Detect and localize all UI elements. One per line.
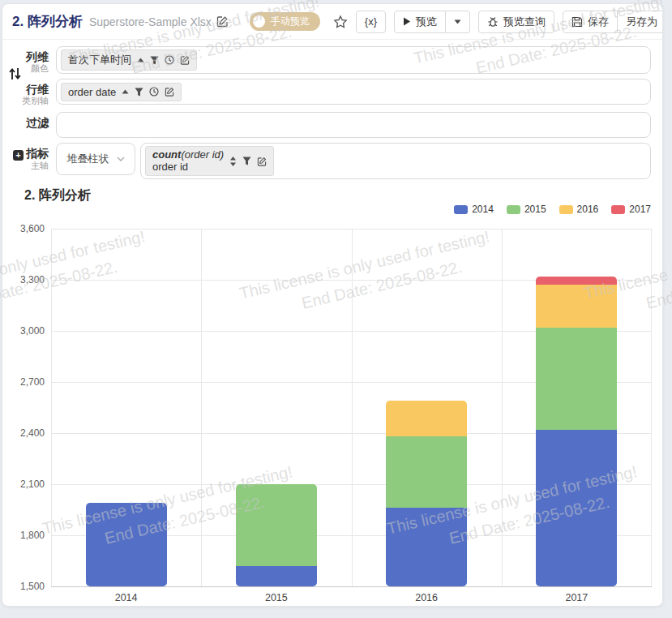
bar-segment-2016-2016[interactable]: [386, 401, 467, 436]
metric-row: +指标 主轴 堆叠柱状 count(order id) order id: [2, 143, 662, 180]
legend-swatch: [611, 205, 625, 214]
y-axis-tick-label: 2,400: [20, 427, 45, 439]
chart-plot-area: 1,5001,8002,1002,4002,7003,0003,3003,600…: [51, 229, 652, 586]
editor-window: 2. 阵列分析 Superstore-Sample Xlsx 手动预览 {x} …: [2, 3, 663, 607]
filter-dropzone[interactable]: [56, 112, 651, 138]
play-icon: [403, 17, 411, 26]
y-gridline: [51, 586, 652, 587]
metric-labels: +指标 主轴: [2, 143, 56, 171]
row-dimension-label: 行维: [2, 83, 49, 96]
column-dimension-row: 列维 颜色 首次下单时间: [2, 46, 662, 74]
manual-preview-toggle[interactable]: 手动预览: [250, 12, 320, 31]
category-boundary-line: [51, 229, 52, 586]
field-chip-label: 首次下单时间: [68, 53, 131, 67]
color-sublabel: 颜色: [2, 63, 49, 74]
bar-segment-2016-2017[interactable]: [536, 285, 617, 328]
filter-label: 过滤: [2, 116, 49, 129]
edit-datasource-icon[interactable]: [216, 15, 229, 28]
manual-preview-label: 手动预览: [271, 15, 310, 28]
save-button[interactable]: 保存: [563, 11, 618, 33]
legend-item-2015[interactable]: 2015: [507, 204, 546, 215]
bar-segment-2014-2017[interactable]: [536, 430, 617, 586]
legend-item-2017[interactable]: 2017: [611, 204, 651, 215]
y-axis-tick-label: 1,500: [20, 581, 45, 592]
category-boundary-line: [651, 229, 652, 586]
favorite-star-icon[interactable]: [333, 15, 348, 29]
add-metric-icon[interactable]: +: [13, 150, 24, 161]
chart-type-value: 堆叠柱状: [67, 152, 109, 166]
debug-bug-icon: [487, 16, 499, 28]
column-dimension-dropzone[interactable]: 首次下单时间: [56, 46, 651, 74]
chart-type-select[interactable]: 堆叠柱状: [56, 143, 135, 175]
edit-field-icon[interactable]: [165, 87, 174, 97]
datasource-name: Superstore-Sample Xlsx: [89, 15, 212, 28]
chevron-down-icon: [117, 157, 125, 161]
bar-segment-2014-2016[interactable]: [386, 508, 467, 586]
toggle-knob-icon: [253, 15, 265, 28]
legend-label: 2016: [577, 204, 599, 215]
chart-section: 2. 阵列分析 2014201520162017 1,5001,8002,100…: [2, 181, 662, 606]
legend-label: 2015: [524, 204, 546, 215]
bar-segment-2015-2015[interactable]: [236, 484, 317, 566]
category-boundary-line: [502, 229, 503, 586]
row-dimension-row: 行维 类别轴 order date: [2, 79, 662, 106]
y-axis-tick-label: 2,100: [20, 479, 45, 490]
sort-updown-icon[interactable]: [229, 157, 237, 166]
legend-label: 2014: [472, 204, 494, 215]
row-dimension-labels: 行维 类别轴: [2, 79, 56, 106]
metric-label: +指标: [2, 147, 49, 161]
bar-segment-2014-2014[interactable]: [86, 503, 167, 586]
filter-funnel-icon[interactable]: [135, 88, 143, 97]
floppy-save-icon: [571, 16, 583, 28]
filter-funnel-icon[interactable]: [242, 157, 251, 165]
y-axis-tick-label: 1,800: [20, 530, 45, 541]
page-title: 2. 阵列分析: [12, 12, 83, 31]
legend-swatch: [559, 205, 573, 214]
bar-segment-2017-2017[interactable]: [536, 277, 617, 285]
preview-query-button[interactable]: 预览查询: [478, 11, 554, 33]
x-axis-tick-label: 2016: [415, 592, 438, 603]
time-format-clock-icon[interactable]: [149, 87, 159, 97]
edit-field-icon[interactable]: [180, 55, 190, 65]
save-as-button[interactable]: 另存为: [618, 11, 663, 33]
field-chip-first-order-time[interactable]: 首次下单时间: [61, 49, 197, 71]
category-boundary-line: [201, 229, 202, 586]
metric-dropzone[interactable]: count(order id) order id: [140, 143, 651, 180]
column-dimension-label: 列维: [2, 50, 49, 63]
y-axis-tick-label: 2,700: [20, 376, 45, 388]
bar-segment-2015-2016[interactable]: [386, 436, 467, 508]
header-toolbar: 2. 阵列分析 Superstore-Sample Xlsx 手动预览 {x} …: [2, 4, 662, 40]
category-boundary-line: [352, 229, 353, 586]
sort-asc-icon[interactable]: [137, 58, 144, 62]
edit-field-icon[interactable]: [257, 157, 267, 166]
bar-segment-2014-2015[interactable]: [236, 566, 317, 586]
variables-button[interactable]: {x}: [356, 11, 386, 33]
y-axis-tick-label: 3,000: [20, 325, 45, 337]
column-dimension-labels: 列维 颜色: [2, 46, 56, 74]
row-dimension-dropzone[interactable]: order date: [56, 79, 651, 105]
filter-funnel-icon[interactable]: [150, 56, 159, 65]
preview-dropdown-button[interactable]: [446, 11, 470, 33]
legend-item-2014[interactable]: 2014: [454, 204, 494, 215]
legend-swatch: [507, 205, 520, 214]
sort-asc-icon[interactable]: [122, 89, 129, 94]
config-panel: 列维 颜色 首次下单时间: [2, 40, 662, 189]
metric-chip-text: count(order id) order id: [152, 149, 224, 174]
x-axis-tick-label: 2017: [565, 592, 588, 603]
field-chip-order-date[interactable]: order date: [61, 83, 182, 101]
legend-label: 2017: [629, 204, 651, 215]
metric-chip-count-order-id[interactable]: count(order id) order id: [145, 146, 274, 177]
chart-legend: 2014201520162017: [454, 204, 651, 215]
time-format-clock-icon[interactable]: [165, 55, 174, 65]
legend-item-2016[interactable]: 2016: [559, 204, 599, 215]
filter-row: 过滤: [2, 112, 662, 138]
preview-split-button: 预览: [394, 11, 470, 33]
chart-title: 2. 阵列分析: [24, 187, 91, 204]
save-button-group: 保存 另存为: [563, 11, 663, 33]
field-chip-label: order date: [68, 86, 116, 98]
category-axis-sublabel: 类别轴: [2, 96, 49, 106]
y-axis-tick-label: 3,600: [20, 223, 45, 234]
bar-segment-2015-2017[interactable]: [536, 328, 617, 430]
main-axis-sublabel: 主轴: [2, 161, 49, 171]
preview-button[interactable]: 预览: [394, 11, 446, 33]
